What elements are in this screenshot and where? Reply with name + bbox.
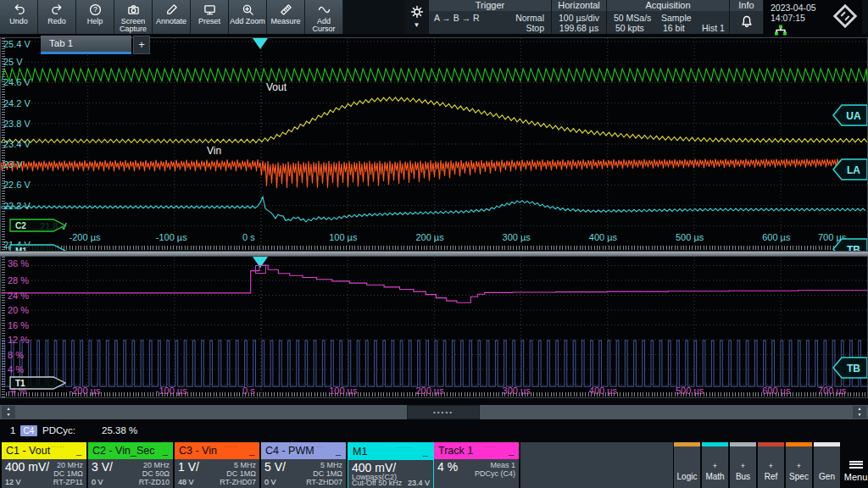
channel-badge-c3[interactable]: C3 - Vin·····_1 V/5 MHzDC 1MΩ48 VRT-ZHD0…	[175, 442, 259, 488]
drag-grip-icon[interactable]: ·····	[310, 439, 325, 456]
channel-info-line2: Meas 1	[490, 461, 515, 469]
signal-color-strip	[674, 442, 700, 446]
drag-grip-icon[interactable]: ·····	[224, 439, 238, 456]
spec-button[interactable]: +Spec	[786, 442, 812, 488]
minimize-channel-button[interactable]: _	[509, 442, 514, 459]
ref-button[interactable]: +Ref	[758, 442, 784, 488]
drag-grip-icon[interactable]: ·····	[398, 440, 412, 457]
side-button-label: Spec	[789, 472, 809, 481]
measure-button[interactable]: Measure	[267, 0, 305, 34]
logic-button[interactable]: Logic	[674, 442, 700, 488]
tb-scale-badge[interactable]: TB	[832, 238, 868, 252]
add-tab-button[interactable]: +	[133, 36, 150, 54]
scroll-up-icon: ▲	[2, 406, 15, 412]
svg-text:?: ?	[93, 5, 97, 14]
measurement-result-row[interactable]: 1 C4 PDCyc: 25.38 %	[0, 424, 424, 438]
info-panel[interactable]: Info	[729, 0, 763, 34]
drag-grip-icon[interactable]: ·····	[137, 439, 152, 456]
minimize-channel-button[interactable]: _	[76, 442, 81, 459]
ua-scale-badge[interactable]: UA	[832, 104, 868, 126]
channel-header[interactable]: M1·····_	[348, 443, 433, 460]
channel-settings: 400 mV/20 MHzDC 1MΩ12 VRT-ZP11	[2, 459, 86, 488]
toolbar-button-label: Annotate	[156, 18, 186, 25]
m1-position-tag[interactable]: M1	[9, 244, 67, 252]
t-axis-label: 400 µs	[589, 232, 617, 242]
acquisition-panel[interactable]: Acquisition 50 MSa/s Sample 50 kpts 16 b…	[606, 0, 729, 34]
redo-button[interactable]: Redo	[38, 0, 76, 34]
channel-settings: 5 V/5 MHzDC 1MΩ0 VRT-ZHD07	[261, 459, 346, 488]
channel-header[interactable]: Track 1·····_	[434, 442, 519, 459]
scroll-right-arrows[interactable]: ▲ ▼	[853, 406, 866, 419]
channel-label: M1	[353, 446, 367, 458]
scroll-left-arrows[interactable]: ▲ ▼	[2, 406, 15, 419]
v-axis-label: 23.8 V	[3, 119, 31, 129]
add-cursor-button[interactable]: Add Cursor	[305, 0, 343, 34]
wave-icon	[318, 3, 331, 16]
add-zoom-button[interactable]: Add Zoom	[229, 0, 267, 34]
waveform-c3-vin	[1, 159, 867, 189]
channel-badge-c1[interactable]: C1 - Vout·····_400 mV/20 MHzDC 1MΩ12 VRT…	[2, 442, 86, 488]
channel-scale: 4 %	[437, 460, 458, 474]
t-axis-label: 500 µs	[676, 232, 704, 242]
p-axis-label: 36 %	[8, 258, 29, 269]
minimize-channel-button[interactable]: _	[249, 442, 254, 459]
channel-header[interactable]: C1 - Vout·····_	[2, 442, 86, 459]
trigger-position-marker[interactable]	[253, 38, 268, 49]
signal-color-strip	[758, 442, 784, 446]
waveform-grid-track[interactable]: 36 %28 %24 %20 %16 %12 %8 %4 %-4 %-200 µ…	[0, 256, 868, 398]
toolbar-spacer	[343, 0, 405, 34]
minimize-channel-button[interactable]: _	[336, 442, 341, 459]
drag-grip-icon[interactable]: ·····	[483, 439, 498, 456]
c2-position-tag[interactable]: C2	[9, 219, 67, 232]
channel-info-line3: PDCyc (C4)	[475, 469, 515, 478]
channel-badge-t1[interactable]: Track 1·····_4 %Meas 1PDCyc (C4)	[434, 442, 519, 488]
horizontal-panel[interactable]: Horizontal 100 µs/div 199.68 µs	[551, 0, 606, 34]
scrollbar-handle[interactable]: •••••	[407, 405, 480, 419]
undo-button[interactable]: Undo	[0, 0, 38, 34]
toolbar-button-label: Preset	[198, 18, 220, 25]
channel-label: C3 - Vin	[179, 445, 217, 457]
minimize-channel-button[interactable]: _	[163, 442, 168, 459]
preset-button[interactable]: Preset	[191, 0, 229, 34]
la-scale-badge[interactable]: LA	[832, 158, 868, 180]
t1-position-tag[interactable]: T1	[9, 376, 67, 390]
channel-badge-m1[interactable]: M1·····_400 mV/Lowpass(C2)Cut-Off 50 kHz…	[348, 442, 434, 488]
annotate-button[interactable]: Annotate	[153, 0, 191, 34]
p-axis-label: 24 %	[8, 291, 29, 301]
pencil-icon	[165, 3, 178, 16]
trigger-title: Trigger	[429, 0, 551, 11]
help-button[interactable]: ?Help	[76, 0, 114, 34]
settings-gear-button[interactable]: ▼	[405, 0, 428, 34]
channel-scale: 400 mV/	[5, 460, 49, 474]
channel-badge-c2[interactable]: C2 - Vin_Sec·····_3 V/20 MHzDC 50Ω0 VRT-…	[88, 442, 173, 488]
screen-capture-button[interactable]: Screen Capture	[114, 0, 153, 34]
math-button[interactable]: +Math	[702, 442, 728, 488]
horizontal-scale: 100 µs/div	[552, 13, 606, 23]
horizontal-scrollbar[interactable]: ▲ ▼ ••••• ▲ ▼	[0, 405, 868, 419]
undo-icon	[13, 3, 25, 16]
minimize-channel-button[interactable]: _	[423, 443, 428, 460]
menu-button[interactable]: Menu	[842, 442, 868, 488]
tb-scale-badge[interactable]: TB	[832, 357, 868, 379]
waveform-grid-analog[interactable]: 25.4 V25 V24.6 V24.2 V23.8 V23.4 V23 V22…	[0, 37, 868, 252]
t-axis-label: 200 µs	[415, 385, 443, 396]
gen-button[interactable]: Gen	[814, 442, 840, 488]
horizontal-position: 199.68 µs	[552, 23, 606, 33]
help-icon: ?	[89, 3, 102, 16]
channel-badge-c4[interactable]: C4 - PWM·····_5 V/5 MHzDC 1MΩ0 VRT-ZHD07	[261, 442, 346, 488]
acquisition-record-length: 50 kpts	[615, 23, 644, 33]
acquisition-sample-rate: 50 MSa/s	[614, 13, 651, 23]
drag-grip-icon[interactable]: ·····	[51, 439, 65, 456]
channel-probe: RT-ZD10	[139, 478, 170, 486]
channel-settings: 1 V/5 MHzDC 1MΩ48 VRT-ZHD07	[175, 459, 259, 488]
bus-button[interactable]: +Bus	[730, 442, 756, 488]
network-icon[interactable]	[774, 24, 787, 37]
channel-header[interactable]: C2 - Vin_Sec·····_	[88, 442, 173, 459]
channel-header[interactable]: C4 - PWM·····_	[261, 442, 346, 459]
side-button-label: Ref	[765, 472, 778, 481]
channel-header[interactable]: C3 - Vin·····_	[175, 442, 259, 459]
trigger-panel[interactable]: Trigger A → B → R Normal Stop	[428, 0, 551, 34]
p-axis-label: 8 %	[8, 350, 24, 360]
tab-1[interactable]: Tab 1	[41, 36, 131, 54]
v-axis-label: 25 V	[3, 57, 23, 67]
